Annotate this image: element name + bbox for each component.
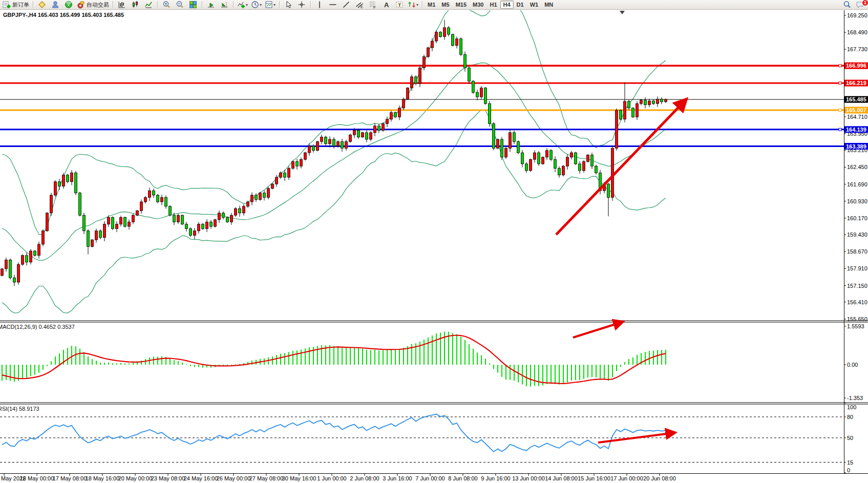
- candle-down: [628, 101, 630, 108]
- candle-down: [472, 81, 475, 93]
- price-badge-label: 166.219: [846, 80, 866, 86]
- candle-down: [226, 218, 229, 222]
- candle-down: [325, 137, 327, 144]
- candle-up: [108, 218, 110, 224]
- candle-up: [177, 215, 180, 222]
- candle-down: [341, 141, 344, 148]
- candle-down: [484, 88, 487, 104]
- candle-down: [595, 166, 598, 173]
- candle-up: [542, 157, 544, 164]
- candle-up: [419, 68, 421, 83]
- candle-up: [390, 113, 393, 119]
- candle-up: [304, 153, 307, 159]
- time-tick-label: 2 Jun 08:00: [350, 475, 379, 481]
- candle-up: [308, 146, 311, 153]
- candle-up: [276, 177, 278, 184]
- price-badge-label: 163.389: [846, 143, 866, 150]
- chart-shift-marker[interactable]: [620, 11, 625, 14]
- price-tick-label: 156.410: [847, 299, 867, 305]
- price-tick-label: 155.650: [847, 316, 867, 322]
- candle-down: [550, 151, 553, 159]
- candle-down: [169, 206, 172, 215]
- candle-up: [636, 103, 639, 117]
- candle-up: [120, 218, 122, 224]
- price-tick-label: 159.430: [847, 232, 867, 238]
- candle-up: [271, 184, 274, 188]
- time-tick-label: 23 May 08:00: [151, 475, 185, 481]
- time-tick-label: 7 Jun 00:00: [415, 475, 445, 481]
- candle-down: [99, 231, 102, 238]
- candle-down: [189, 228, 192, 235]
- line-handle[interactable]: [839, 82, 841, 85]
- trend-arrow-rsi[interactable]: [598, 433, 674, 443]
- candle-up: [648, 101, 651, 104]
- candle-down: [26, 256, 28, 262]
- candle-down: [476, 92, 479, 97]
- candle-up: [214, 220, 217, 226]
- candle-up: [194, 231, 196, 236]
- candle-up: [198, 224, 200, 231]
- candle-up: [267, 188, 270, 197]
- price-tick-label: 168.490: [847, 29, 867, 35]
- candle-down: [575, 153, 577, 164]
- candle-up: [206, 222, 208, 228]
- candle-down: [124, 218, 126, 226]
- candle-up: [345, 141, 348, 148]
- candle-up: [374, 126, 376, 133]
- candle-up: [161, 197, 163, 202]
- candle-down: [239, 208, 241, 213]
- candle-up: [431, 41, 434, 48]
- candle-up: [349, 135, 352, 141]
- rsi-axis-label: 80: [847, 414, 853, 420]
- candle-up: [505, 148, 507, 157]
- time-tick-label: 3 Jun 16:00: [383, 475, 412, 481]
- candle-down: [185, 224, 188, 229]
- bollinger-upper: [2, 0, 666, 235]
- line-handle[interactable]: [839, 128, 841, 131]
- candle-down: [87, 231, 90, 247]
- time-tick-label: 14 Jun 08:00: [545, 475, 578, 481]
- time-tick-label: 24 May 16:00: [184, 475, 218, 481]
- candle-up: [423, 57, 426, 68]
- candle-up: [292, 162, 294, 169]
- candle-up: [132, 215, 135, 222]
- candle-up: [300, 159, 303, 166]
- candle-up: [386, 119, 389, 124]
- candle-down: [661, 99, 663, 102]
- candle-down: [439, 32, 442, 37]
- time-tick-label: 26 May 00:00: [217, 475, 251, 481]
- candle-up: [251, 195, 253, 202]
- candle-up: [530, 159, 532, 171]
- price-badge-label: 166.996: [846, 62, 866, 69]
- line-handle[interactable]: [839, 65, 841, 67]
- candle-up: [411, 77, 413, 88]
- candle-up: [230, 215, 233, 222]
- price-tick-label: 160.930: [847, 198, 867, 204]
- time-tick-label: 17 May 08:00: [53, 475, 87, 481]
- price-tick-label: 162.450: [847, 164, 867, 170]
- time-tick-label: 8 Jun 08:00: [448, 475, 478, 481]
- mt4-window: { "toolbar": { "new_order_label": "新订单",…: [0, 0, 868, 483]
- candle-up: [616, 110, 618, 148]
- candle-up: [456, 39, 458, 46]
- candle-up: [128, 222, 131, 226]
- candle-up: [480, 88, 483, 97]
- candle-down: [312, 146, 315, 151]
- candle-down: [493, 123, 495, 148]
- price-badge-label: 165.485: [846, 96, 866, 102]
- candle-down: [296, 162, 299, 166]
- chart-stage[interactable]: 169.250168.490167.730164.710163.950163.2…: [0, 0, 868, 483]
- candle-up: [534, 153, 536, 159]
- candle-down: [632, 108, 634, 117]
- trend-arrow-macd[interactable]: [573, 322, 622, 338]
- time-tick-label: 18 May 16:00: [86, 475, 120, 481]
- rsi-axis-label: 15: [847, 459, 853, 466]
- time-tick-label: 16 May 00:00: [20, 475, 54, 481]
- candle-down: [579, 164, 581, 171]
- candle-down: [591, 155, 594, 166]
- line-handle[interactable]: [839, 109, 841, 111]
- candle-down: [112, 218, 114, 229]
- candle-up: [587, 155, 589, 162]
- candle-down: [210, 222, 213, 226]
- candle-up: [116, 224, 118, 229]
